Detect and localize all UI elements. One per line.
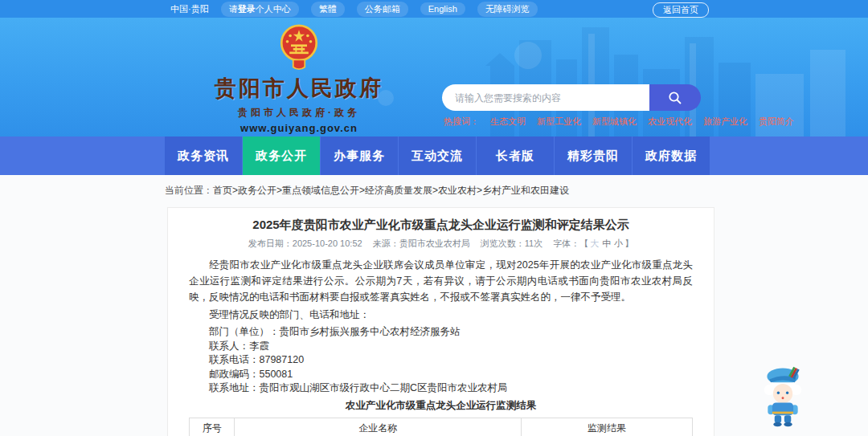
hot-term-link[interactable]: 贵阳简介 [759, 116, 794, 128]
accessibility-link[interactable]: 无障碍浏览 [477, 2, 538, 17]
contact-phone: 联系电话：87987120 [189, 353, 693, 368]
header-cell-result: 监测结果 [522, 418, 693, 436]
contact-department: 部门（单位）：贵阳市乡村振兴服务中心农村经济服务站 [189, 325, 693, 340]
hot-term-link[interactable]: 生态文明 [490, 116, 526, 128]
publish-date: 发布日期：2025-10-20 10:52 [248, 238, 362, 248]
contact-postcode: 邮政编码：550081 [189, 368, 693, 382]
header-cell-company: 企业名称 [235, 418, 522, 436]
font-size-medium-button[interactable]: 中 [602, 238, 611, 248]
traditional-chinese-link[interactable]: 繁體 [311, 2, 345, 17]
return-home-button[interactable]: 返回首页 [653, 2, 709, 18]
search-icon [668, 91, 682, 105]
national-emblem-icon [276, 22, 322, 72]
table-header-row: 序号 企业名称 监测结果 [190, 418, 693, 436]
site-logo-block[interactable]: 贵阳市人民政府 贵阳市人民政府·政务 www.guiyang.gov.cn [178, 22, 420, 134]
hot-search-row: 热搜词： 生态文明 新型工业化 新型城镇化 农业现代化 旅游产业化 贵阳简介 [444, 116, 794, 128]
contact-person: 联系人：李霞 [189, 340, 693, 354]
primary-nav: 政务资讯 政务公开 办事服务 互动交流 长者版 精彩贵阳 政府数据 [0, 137, 868, 175]
contact-address: 联系地址：贵阳市观山湖区市级行政中心二期C区贵阳市农业农村局 [189, 381, 693, 396]
site-url: www.guiyang.gov.cn [178, 122, 420, 134]
article-card: 2025年度贵阳市农业产业化市级重点龙头企业运行监测和评定结果公示 发布日期：2… [167, 207, 714, 436]
article-paragraph: 经贵阳市农业产业化市级重点龙头企业联席会议成员单位审定，现对2025年开展的农业… [189, 257, 693, 305]
font-size-large-button[interactable]: 大 [590, 238, 599, 248]
hot-term-link[interactable]: 旅游产业化 [703, 116, 747, 128]
bokeh-decoration [514, 42, 542, 69]
search-button[interactable] [649, 84, 701, 111]
result-table-title: 农业产业化市级重点龙头企业运行监测结果 [189, 399, 693, 413]
site-subtitle: 贵阳市人民政府·政务 [178, 106, 420, 120]
view-count: 浏览次数：11次 [481, 238, 542, 248]
header-cell-no: 序号 [190, 418, 235, 436]
breadcrumb-path[interactable]: 首页>政务公开>重点领域信息公开>经济高质量发展>农业农村>乡村产业和农田建设 [213, 185, 569, 196]
hot-term-link[interactable]: 农业现代化 [648, 116, 692, 128]
article-paragraph: 受理情况反映的部门、电话和地址： [189, 307, 693, 323]
breadcrumb-label: 当前位置： [165, 185, 213, 196]
article-meta: 发布日期：2025-10-20 10:52 来源：贵阳市农业农村局 浏览次数：1… [189, 238, 693, 250]
hot-term-link[interactable]: 新型工业化 [537, 116, 581, 128]
font-size-small-button[interactable]: 小 [614, 238, 623, 248]
top-utility-bar: 中国·贵阳 请登录个人中心 繁體 公务邮箱 English 无障碍浏览 返回首页 [0, 0, 868, 18]
nav-tab-banshi-fuwu[interactable]: 办事服务 [321, 137, 398, 175]
hot-term-link[interactable]: 新型城镇化 [592, 116, 637, 128]
site-title: 贵阳市人民政府 [178, 74, 420, 103]
site-search [442, 84, 701, 111]
nav-tab-zhengwu-gongkai[interactable]: 政务公开 [243, 137, 320, 175]
english-link[interactable]: English [420, 2, 465, 15]
official-mail-link[interactable]: 公务邮箱 [357, 2, 408, 17]
login-link[interactable]: 请登录个人中心 [221, 2, 299, 17]
search-input[interactable] [442, 84, 649, 111]
assistant-mascot-icon[interactable] [760, 363, 805, 432]
site-banner: 贵阳市人民政府 贵阳市人民政府·政务 www.guiyang.gov.cn 热搜… [0, 18, 868, 137]
nav-tab-zhengwu-zixun[interactable]: 政务资讯 [165, 137, 242, 175]
nav-tab-hudong-jiaoliu[interactable]: 互动交流 [399, 137, 476, 175]
font-size-label-close: 】 [624, 238, 633, 248]
breadcrumb: 当前位置：首页>政务公开>重点领域信息公开>经济高质量发展>农业农村>乡村产业和… [0, 175, 868, 198]
font-size-label: 字体：【 [553, 238, 588, 248]
hot-search-label: 热搜词： [444, 116, 479, 128]
nav-tab-zhangzheban[interactable]: 长者版 [477, 137, 554, 175]
region-label: 中国·贵阳 [170, 3, 209, 15]
nav-tab-jingcai-guiyang[interactable]: 精彩贵阳 [555, 137, 632, 175]
monitoring-result-table: 序号 企业名称 监测结果 1 贵州合力超市采购有限公司 合格 2 贵州友禾种业有… [189, 418, 693, 436]
government-portal-page: 中国·贵阳 请登录个人中心 繁體 公务邮箱 English 无障碍浏览 返回首页 [0, 0, 868, 436]
article-source: 来源：贵阳市农业农村局 [373, 238, 470, 248]
contact-info-block: 部门（单位）：贵阳市乡村振兴服务中心农村经济服务站 联系人：李霞 联系电话：87… [189, 325, 693, 396]
article-title: 2025年度贵阳市农业产业化市级重点龙头企业运行监测和评定结果公示 [189, 217, 693, 232]
nav-tab-zhengfu-shuju[interactable]: 政府数据 [633, 137, 710, 175]
